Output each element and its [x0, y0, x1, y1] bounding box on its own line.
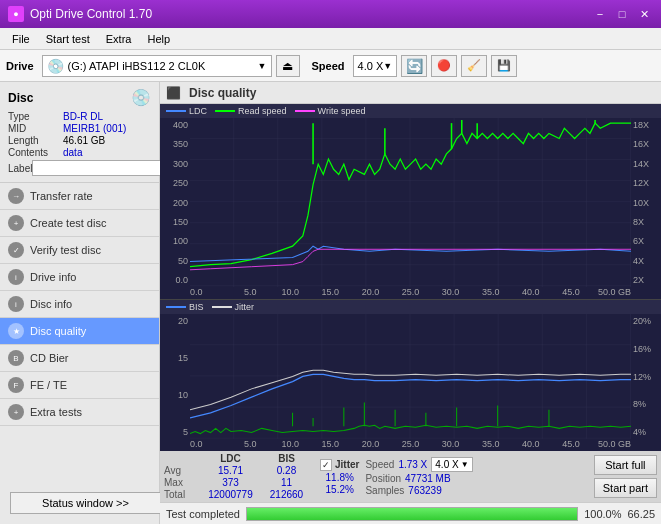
- menu-help[interactable]: Help: [139, 31, 178, 47]
- menu-bar: File Start test Extra Help: [0, 28, 661, 50]
- avg-label: Avg: [164, 465, 202, 476]
- bis-header: BIS: [259, 453, 314, 464]
- sidebar-item-label: CD Bier: [30, 352, 69, 364]
- write-speed-legend-line: [295, 110, 315, 112]
- upper-y-axis-right: 18X 16X 14X 12X 10X 8X 6X 4X 2X: [631, 118, 661, 287]
- max-bis: 11: [259, 477, 314, 488]
- nav-items: → Transfer rate + Create test disc ✓ Ver…: [0, 183, 159, 482]
- maximize-button[interactable]: □: [613, 5, 631, 23]
- right-panel: ⬛ Disc quality LDC Read speed: [160, 82, 661, 524]
- save-button[interactable]: 💾: [491, 55, 517, 77]
- lower-x-axis: 0.0 5.0 10.0 15.0 20.0 25.0 30.0 35.0 40…: [160, 439, 661, 451]
- jitter-checkbox[interactable]: ✓: [320, 459, 332, 471]
- app-title: Opti Drive Control 1.70: [30, 7, 152, 21]
- ldc-legend-line: [166, 110, 186, 112]
- avg-jitter: 11.8%: [320, 472, 359, 483]
- position-label: Position: [365, 473, 401, 484]
- title-bar: ● Opti Drive Control 1.70 − □ ✕: [0, 0, 661, 28]
- disc-quality-icon: ★: [8, 323, 24, 339]
- disc-info-icon: i: [8, 296, 24, 312]
- speed-dropdown-value: 4.0 X: [435, 459, 458, 470]
- drive-value: (G:) ATAPI iHBS112 2 CL0K: [68, 60, 258, 72]
- speed-dropdown-icon: ▼: [383, 61, 392, 71]
- start-part-button[interactable]: Start part: [594, 478, 657, 498]
- sidebar-item-disc-quality[interactable]: ★ Disc quality: [0, 318, 159, 345]
- disc-label-label: Label: [8, 163, 32, 174]
- start-full-button[interactable]: Start full: [594, 455, 657, 475]
- progress-bar-fill: [247, 508, 577, 520]
- drive-info-icon: i: [8, 269, 24, 285]
- type-value: BD-R DL: [63, 111, 151, 122]
- ldc-legend-label: LDC: [189, 106, 207, 116]
- sidebar-item-drive-info[interactable]: i Drive info: [0, 264, 159, 291]
- fe-te-icon: F: [8, 377, 24, 393]
- stats-speed-section: Speed 1.73 X 4.0 X ▼ Position 47731 MB S…: [365, 457, 587, 496]
- write-speed-legend-label: Write speed: [318, 106, 366, 116]
- lower-y-axis-left: 20 15 10 5: [160, 314, 190, 439]
- bis-legend-label: BIS: [189, 302, 204, 312]
- read-speed-legend-label: Read speed: [238, 106, 287, 116]
- speed-value: 4.0 X: [358, 60, 384, 72]
- status-text: Test completed: [166, 508, 240, 520]
- status-window-button[interactable]: Status window >>: [10, 492, 161, 514]
- bis-legend: BIS: [166, 302, 204, 312]
- sidebar: Disc 💿 Type BD-R DL MID MEIRB1 (001) Len…: [0, 82, 160, 524]
- speed-dropdown[interactable]: 4.0 X ▼: [431, 457, 472, 472]
- burn-button[interactable]: 🔴: [431, 55, 457, 77]
- stats-bar: LDC BIS Avg 15.71 0.28 Max 373 11 Total …: [160, 451, 661, 502]
- sidebar-item-cd-bier[interactable]: B CD Bier: [0, 345, 159, 372]
- transfer-rate-icon: →: [8, 188, 24, 204]
- total-bis: 212660: [259, 489, 314, 500]
- erase-button[interactable]: 🧹: [461, 55, 487, 77]
- eject-button[interactable]: ⏏: [276, 55, 300, 77]
- drive-select[interactable]: 💿 (G:) ATAPI iHBS112 2 CL0K ▼: [42, 55, 272, 77]
- create-test-disc-icon: +: [8, 215, 24, 231]
- close-button[interactable]: ✕: [635, 5, 653, 23]
- menu-extra[interactable]: Extra: [98, 31, 140, 47]
- total-label: Total: [164, 489, 202, 500]
- menu-file[interactable]: File: [4, 31, 38, 47]
- cd-bier-icon: B: [8, 350, 24, 366]
- extra-tests-icon: +: [8, 404, 24, 420]
- position-value: 47731 MB: [405, 473, 451, 484]
- speed-select[interactable]: 4.0 X ▼: [353, 55, 398, 77]
- sidebar-item-fe-te[interactable]: F FE / TE: [0, 372, 159, 399]
- samples-label: Samples: [365, 485, 404, 496]
- status-bar: Test completed 100.0% 66.25: [160, 502, 661, 524]
- disc-label-input[interactable]: [32, 160, 165, 176]
- sidebar-item-label: Verify test disc: [30, 244, 101, 256]
- disc-section-label: Disc: [8, 91, 33, 105]
- progress-text: 100.0%: [584, 508, 621, 520]
- speed-dropdown-arrow: ▼: [461, 460, 469, 469]
- minimize-button[interactable]: −: [591, 5, 609, 23]
- speed-label: Speed: [312, 60, 345, 72]
- chart-header: ⬛ Disc quality: [160, 82, 661, 104]
- jitter-label: Jitter: [335, 459, 359, 470]
- sidebar-item-transfer-rate[interactable]: → Transfer rate: [0, 183, 159, 210]
- contents-value: data: [63, 147, 151, 158]
- ldc-legend: LDC: [166, 106, 207, 116]
- sidebar-item-verify-test-disc[interactable]: ✓ Verify test disc: [0, 237, 159, 264]
- avg-bis: 0.28: [259, 465, 314, 476]
- total-ldc: 12000779: [203, 489, 258, 500]
- disc-panel: Disc 💿 Type BD-R DL MID MEIRB1 (001) Len…: [0, 82, 159, 183]
- max-jitter: 15.2%: [320, 484, 359, 495]
- sidebar-item-extra-tests[interactable]: + Extra tests: [0, 399, 159, 426]
- chart-title: Disc quality: [189, 86, 256, 100]
- mid-label: MID: [8, 123, 63, 134]
- start-buttons: Start full Start part: [594, 455, 657, 498]
- chart-header-icon: ⬛: [166, 86, 181, 100]
- sidebar-item-disc-info[interactable]: i Disc info: [0, 291, 159, 318]
- drive-label: Drive: [6, 60, 34, 72]
- refresh-button[interactable]: 🔄: [401, 55, 427, 77]
- sidebar-item-label: Disc quality: [30, 325, 86, 337]
- verify-test-disc-icon: ✓: [8, 242, 24, 258]
- sidebar-item-label: FE / TE: [30, 379, 67, 391]
- stats-grid-left: LDC BIS Avg 15.71 0.28 Max 373 11 Total …: [164, 453, 314, 500]
- mid-value: MEIRB1 (001): [63, 123, 151, 134]
- max-label: Max: [164, 477, 202, 488]
- menu-start-test[interactable]: Start test: [38, 31, 98, 47]
- write-speed-legend: Write speed: [295, 106, 366, 116]
- sidebar-item-label: Create test disc: [30, 217, 106, 229]
- sidebar-item-create-test-disc[interactable]: + Create test disc: [0, 210, 159, 237]
